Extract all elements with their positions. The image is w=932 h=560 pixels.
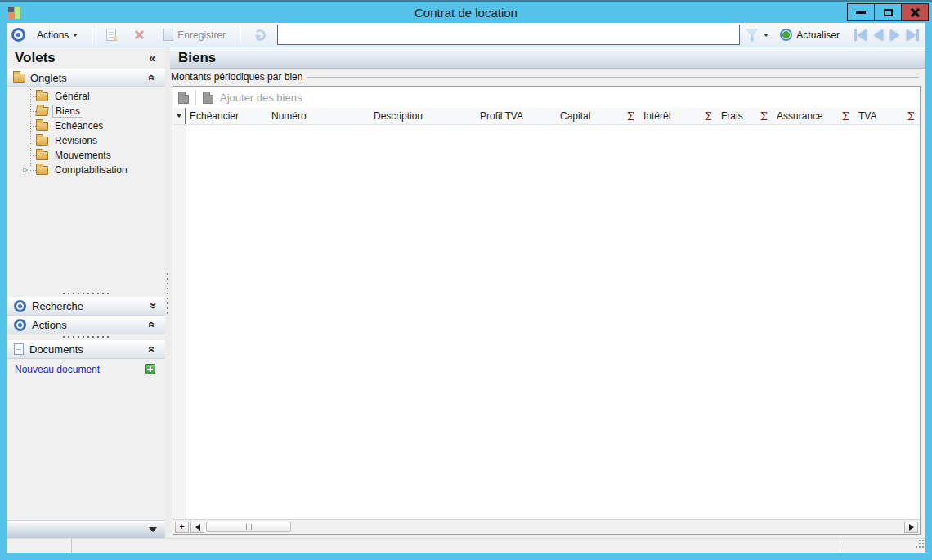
document-icon	[14, 343, 24, 355]
next-record-button[interactable]	[890, 29, 899, 41]
grid-dropdown-icon	[177, 114, 181, 118]
column-header-frais[interactable]: FraisΣ	[717, 108, 773, 124]
sidebar-section-actions[interactable]: Actions «	[7, 316, 165, 334]
sidebar-item-comptabilisation[interactable]: ▷ Comptabilisation	[7, 163, 165, 177]
search-input[interactable]	[277, 25, 740, 45]
titlebar: Contrat de location	[0, 0, 932, 23]
save-icon	[163, 29, 173, 41]
grid-body-empty[interactable]	[173, 125, 920, 519]
actions-menu-button[interactable]: Actions	[30, 26, 84, 44]
column-header-echeancier[interactable]: Echéancier	[186, 108, 267, 124]
vertical-splitter[interactable]	[165, 47, 170, 538]
main-toolbar: Actions ★ Enregistrer Actu	[7, 23, 925, 47]
column-header-numero[interactable]: Numéro	[267, 108, 370, 124]
last-record-button[interactable]	[907, 29, 919, 41]
sidebar-item-mouvements[interactable]: Mouvements	[7, 148, 165, 163]
row-indicator-column[interactable]	[173, 108, 186, 124]
close-icon	[910, 7, 921, 18]
new-item-button[interactable]: ★	[100, 25, 123, 44]
sidebar-section-documents[interactable]: Documents «	[7, 340, 165, 359]
collapse-up-icon[interactable]: «	[149, 72, 155, 83]
delete-x-icon	[134, 29, 145, 40]
sum-icon[interactable]: Σ	[627, 110, 634, 123]
folder-icon	[36, 151, 48, 160]
sidebar-item-general[interactable]: Général	[7, 89, 165, 104]
scroll-left-button[interactable]	[190, 522, 204, 533]
actualiser-icon	[780, 29, 792, 41]
sidebar-splitter-handle[interactable]	[7, 291, 165, 297]
collapse-up-icon[interactable]: «	[149, 343, 155, 355]
main-panel: Biens Montants périodiques par bien Ajou…	[170, 47, 925, 538]
add-row-button[interactable]: +	[175, 522, 189, 533]
filter-icon[interactable]	[745, 29, 759, 42]
right-arrow-icon	[909, 524, 914, 531]
groupbox-line	[307, 77, 919, 78]
column-header-assurance[interactable]: AssuranceΣ	[773, 108, 854, 124]
add-biens-button[interactable]: Ajouter des biens	[220, 92, 302, 104]
column-header-profil-tva[interactable]: Profil TVA	[476, 108, 556, 124]
grid-edit-icon[interactable]	[178, 92, 189, 104]
save-button[interactable]: Enregistrer	[156, 25, 232, 44]
sum-icon[interactable]: Σ	[705, 110, 712, 123]
close-button[interactable]	[901, 3, 929, 21]
sidebar: Volets « Onglets « Général	[7, 47, 165, 538]
sidebar-overflow-bar[interactable]	[7, 520, 165, 538]
folder-icon	[36, 166, 48, 175]
add-rows-icon	[203, 92, 213, 104]
groupbox-label: Montants périodiques par bien	[171, 71, 302, 83]
recherche-label: Recherche	[32, 300, 83, 312]
toolbar-separator	[240, 27, 240, 43]
column-header-interet[interactable]: IntérêtΣ	[639, 108, 717, 124]
sidebar-splitter-handle[interactable]	[7, 334, 165, 340]
folder-icon	[36, 137, 48, 146]
main-header: Biens	[170, 47, 925, 69]
tree-expand-icon[interactable]: ▷	[23, 166, 28, 173]
sidebar-title: Volets	[15, 50, 56, 66]
status-segment-left	[7, 539, 72, 553]
sidebar-item-biens[interactable]: Biens	[7, 104, 165, 119]
onglets-tree: Général Biens Echéances Révisions	[7, 87, 165, 179]
save-button-label: Enregistrer	[177, 29, 226, 41]
left-arrow-icon	[195, 524, 200, 531]
sum-icon[interactable]: Σ	[907, 110, 915, 123]
scrollbar-thumb[interactable]	[206, 522, 291, 532]
grid-header-row: Echéancier Numéro Description Profil TVA…	[173, 108, 920, 125]
add-plus-icon[interactable]	[145, 364, 155, 374]
sum-icon[interactable]: Σ	[842, 110, 849, 123]
column-header-capital[interactable]: CapitalΣ	[556, 108, 639, 124]
sidebar-section-recherche[interactable]: Recherche «	[7, 297, 165, 316]
collapse-up-icon[interactable]: «	[149, 319, 155, 330]
minimize-icon	[856, 11, 866, 14]
column-header-tva[interactable]: TVAΣ	[854, 108, 920, 124]
sidebar-item-revisions[interactable]: Révisions	[7, 133, 165, 148]
refresh-button[interactable]	[248, 26, 272, 44]
sidebar-collapse-icon[interactable]: «	[149, 52, 155, 64]
filter-dropdown-icon[interactable]	[764, 34, 768, 37]
maximize-button[interactable]	[874, 3, 902, 21]
new-document-link[interactable]: Nouveau document	[15, 364, 100, 375]
column-header-description[interactable]: Description	[370, 108, 476, 124]
documents-section-label: Documents	[29, 343, 83, 356]
onglets-group-label: Onglets	[30, 72, 67, 84]
first-record-button[interactable]	[854, 29, 867, 41]
resize-grip[interactable]	[919, 540, 921, 541]
onglets-group-header[interactable]: Onglets «	[7, 69, 165, 87]
biens-grid-panel: Ajouter des biens Echéancier Numéro Desc…	[173, 86, 921, 535]
status-segment-right	[840, 539, 925, 553]
previous-record-button[interactable]	[874, 29, 883, 41]
delete-button[interactable]	[128, 26, 151, 43]
actualiser-label: Actualiser	[796, 29, 840, 41]
scroll-right-button[interactable]	[904, 522, 918, 533]
star-icon: ★	[111, 34, 119, 43]
refresh-icon	[254, 29, 266, 41]
sidebar-item-echeances[interactable]: Echéances	[7, 119, 165, 133]
toolbar-separator	[195, 90, 196, 105]
minimize-button[interactable]	[847, 3, 875, 21]
sum-icon[interactable]: Σ	[760, 110, 768, 123]
folder-icon	[36, 122, 48, 131]
expand-down-icon[interactable]: «	[149, 300, 155, 311]
actions-menu-label: Actions	[37, 29, 69, 41]
actualiser-button[interactable]: Actualiser	[773, 25, 846, 44]
record-navigator	[854, 29, 919, 41]
maximize-icon	[884, 9, 893, 16]
